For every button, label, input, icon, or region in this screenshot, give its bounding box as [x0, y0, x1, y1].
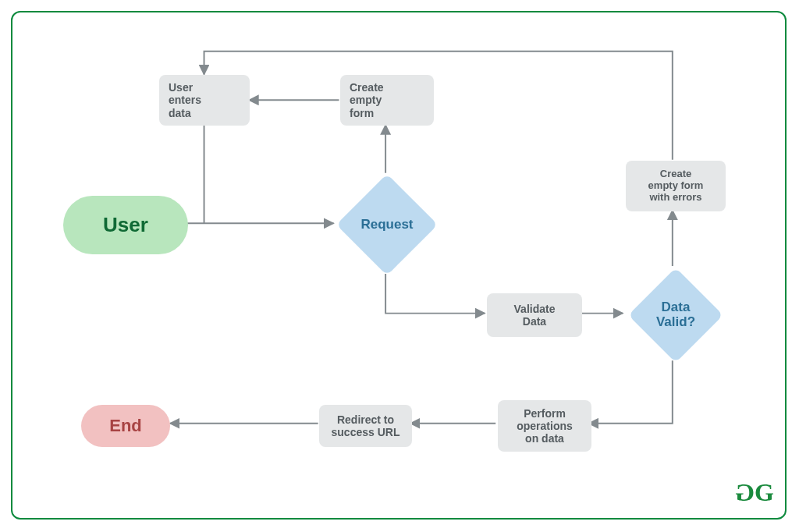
node-user-enters-data-text: User enters data [169, 81, 201, 119]
node-user: User [63, 196, 188, 254]
node-request: Request [335, 174, 439, 275]
logo: GG [738, 478, 771, 507]
node-data-valid-label: Data Valid? [626, 268, 726, 363]
node-create-errors-text: Create empty form with errors [648, 168, 704, 204]
node-validate-data: Validate Data [487, 293, 582, 337]
node-end: End [81, 405, 170, 447]
node-create-empty-form-text: Create empty form [350, 81, 384, 119]
node-create-empty-form: Create empty form [340, 75, 434, 126]
node-request-label: Request [335, 174, 439, 275]
logo-g-flipped: G [738, 478, 755, 507]
node-perform-operations-text: Perform operations on data [517, 407, 573, 445]
diagram-frame: User User enters data Create empty form … [11, 11, 787, 520]
node-user-enters-data: User enters data [159, 75, 250, 126]
node-data-valid: Data Valid? [626, 268, 726, 363]
diagram-canvas: User User enters data Create empty form … [12, 12, 785, 518]
node-validate-data-text: Validate Data [514, 303, 556, 328]
node-end-label: End [109, 416, 142, 435]
logo-g: G [755, 478, 771, 506]
node-redirect-success-text: Redirect to success URL [332, 413, 400, 438]
node-redirect-success: Redirect to success URL [319, 405, 412, 447]
node-perform-operations: Perform operations on data [498, 400, 591, 452]
node-create-errors: Create empty form with errors [626, 161, 726, 211]
node-user-label: User [103, 214, 148, 237]
